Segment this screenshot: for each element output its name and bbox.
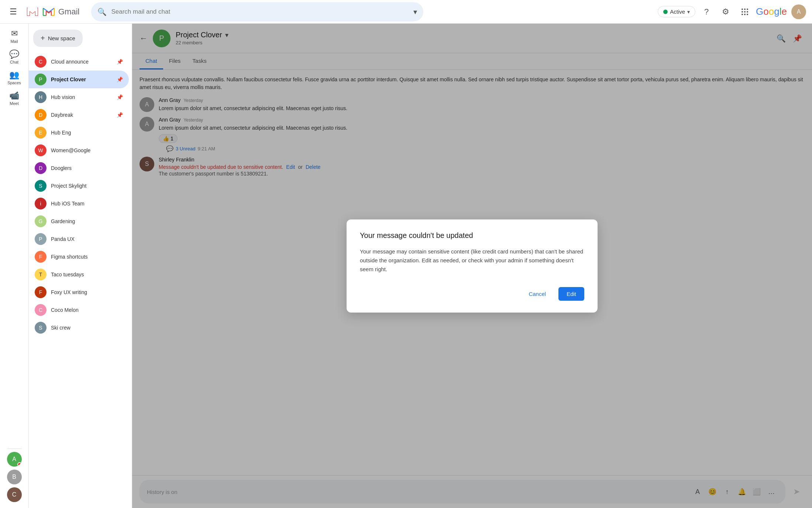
modal-title: Your message couldn't be updated: [360, 231, 584, 240]
sidebar-item-chat[interactable]: 💬 Chat: [3, 47, 26, 67]
search-bar[interactable]: 🔍 ▾: [91, 2, 423, 21]
space-item-daybreak[interactable]: D Daybreak 📌: [29, 106, 129, 124]
space-name-women-google: Women@Google: [51, 147, 123, 153]
svg-point-10: [747, 14, 748, 15]
space-item-figma-shortcuts[interactable]: F Figma shortcuts: [29, 248, 129, 266]
space-avatar-figma-shortcuts: F: [35, 251, 47, 263]
active-dot-icon: [663, 10, 668, 14]
bottom-avatar-3[interactable]: C: [7, 487, 22, 502]
svg-point-6: [744, 11, 746, 13]
space-name-project-clover: Project Clover: [51, 76, 112, 82]
chat-label: Chat: [10, 60, 18, 64]
apps-button[interactable]: [737, 4, 753, 20]
space-item-project-skylight[interactable]: S Project Skylight: [29, 177, 129, 195]
space-item-project-clover[interactable]: P Project Clover 📌: [29, 71, 129, 88]
space-item-foxy-ux[interactable]: F Foxy UX writing: [29, 283, 129, 301]
mail-label: Mail: [10, 39, 18, 44]
space-avatar-women-google: W: [35, 144, 47, 156]
space-name-ski-crew: Ski crew: [51, 325, 123, 331]
space-name-hub-eng: Hub Eng: [51, 130, 123, 136]
chat-icon: 💬: [9, 50, 19, 59]
user-initial: A: [797, 8, 801, 15]
gmail-logo-svg: [42, 5, 55, 18]
space-item-cloud-announce[interactable]: C Cloud announce 📌: [29, 53, 129, 71]
svg-point-2: [742, 8, 743, 10]
edit-button[interactable]: Edit: [558, 287, 584, 301]
user-avatar[interactable]: A: [791, 4, 806, 19]
modal-actions: Cancel Edit: [360, 287, 584, 301]
sidebar-item-spaces[interactable]: 👥 Spaces: [3, 68, 26, 87]
spaces-sidebar: + New space C Cloud announce 📌 P Project…: [29, 24, 132, 508]
update-error-modal: Your message couldn't be updated Your me…: [347, 219, 598, 313]
space-item-taco-tuesdays[interactable]: T Taco tuesdays: [29, 266, 129, 283]
svg-point-4: [747, 8, 748, 10]
new-space-button[interactable]: + New space: [33, 30, 83, 47]
chat-area: ← P Project Clover ▾ 22 members 🔍 📌 Chat: [132, 24, 812, 508]
cancel-button[interactable]: Cancel: [520, 287, 554, 301]
space-avatar-panda-ux: P: [35, 233, 47, 245]
active-label: Active: [670, 8, 685, 15]
search-dropdown-icon[interactable]: ▾: [413, 7, 417, 16]
google-logo: Google: [756, 6, 787, 17]
svg-point-5: [742, 11, 743, 13]
space-name-hub-ios: Hub iOS Team: [51, 201, 123, 207]
space-item-coco-melon[interactable]: C Coco Melon: [29, 301, 129, 319]
left-rail: ✉ Mail 💬 Chat 👥 Spaces 📹 Meet A B C: [0, 24, 29, 508]
space-name-figma-shortcuts: Figma shortcuts: [51, 254, 123, 260]
search-input[interactable]: [111, 8, 409, 16]
search-icon: 🔍: [97, 7, 107, 16]
space-avatar-daybreak: D: [35, 109, 47, 121]
help-button[interactable]: ?: [698, 4, 715, 20]
pin-icon-cloud-announce: 📌: [117, 59, 123, 65]
settings-button[interactable]: ⚙: [718, 4, 734, 20]
space-item-hub-ios[interactable]: i Hub iOS Team: [29, 195, 129, 212]
svg-point-3: [744, 8, 746, 10]
topbar: ☰ Gmail 🔍: [0, 0, 812, 24]
spaces-icon: 👥: [9, 70, 19, 80]
main-area: ✉ Mail 💬 Chat 👥 Spaces 📹 Meet A B C: [0, 24, 812, 508]
menu-button[interactable]: ☰: [6, 4, 21, 19]
space-item-panda-ux[interactable]: P Panda UX: [29, 230, 129, 248]
space-avatar-hub-eng: E: [35, 127, 47, 139]
space-avatar-dooglers: D: [35, 162, 47, 174]
svg-point-8: [742, 14, 743, 15]
bottom-avatar-1[interactable]: A: [7, 452, 22, 467]
modal-overlay: Your message couldn't be updated Your me…: [132, 24, 812, 508]
gear-icon: ⚙: [722, 7, 729, 17]
space-name-hub-vision: Hub vision: [51, 94, 112, 100]
space-item-hub-vision[interactable]: H Hub vision 📌: [29, 88, 129, 106]
sidebar-item-mail[interactable]: ✉ Mail: [3, 27, 26, 46]
space-item-gardening[interactable]: G Gardening: [29, 212, 129, 230]
space-item-hub-eng[interactable]: E Hub Eng: [29, 124, 129, 142]
meet-label: Meet: [10, 101, 18, 106]
space-name-daybreak: Daybreak: [51, 112, 112, 118]
avatar-initial-2: B: [12, 474, 16, 480]
space-item-ski-crew[interactable]: S Ski crew: [29, 319, 129, 337]
gmail-m-icon: [25, 4, 40, 19]
apps-grid-icon: [741, 8, 749, 16]
space-name-cloud-announce: Cloud announce: [51, 59, 112, 65]
pin-icon-daybreak: 📌: [117, 112, 123, 118]
space-avatar-hub-ios: i: [35, 198, 47, 209]
space-avatar-cloud-announce: C: [35, 56, 47, 68]
gmail-text: Gmail: [58, 7, 79, 17]
space-name-foxy-ux: Foxy UX writing: [51, 289, 123, 295]
svg-point-7: [747, 11, 748, 13]
mail-icon: ✉: [11, 29, 18, 38]
avatar-initial-1: A: [12, 456, 16, 463]
sidebar-item-meet[interactable]: 📹 Meet: [3, 89, 26, 108]
space-item-dooglers[interactable]: D Dooglers: [29, 159, 129, 177]
bottom-avatar-2[interactable]: B: [7, 470, 22, 484]
spaces-label: Spaces: [7, 81, 21, 85]
space-avatar-hub-vision: H: [35, 91, 47, 103]
space-name-taco-tuesdays: Taco tuesdays: [51, 272, 123, 277]
plus-icon: +: [41, 34, 45, 42]
space-avatar-project-skylight: S: [35, 180, 47, 192]
hamburger-icon: ☰: [10, 7, 17, 17]
active-status-button[interactable]: Active ▾: [658, 6, 695, 17]
meet-icon: 📹: [9, 91, 19, 100]
space-name-gardening: Gardening: [51, 218, 123, 224]
space-item-women-google[interactable]: W Women@Google: [29, 142, 129, 159]
space-avatar-project-clover: P: [35, 74, 47, 85]
modal-body: Your message may contain sensitive conte…: [360, 247, 584, 274]
